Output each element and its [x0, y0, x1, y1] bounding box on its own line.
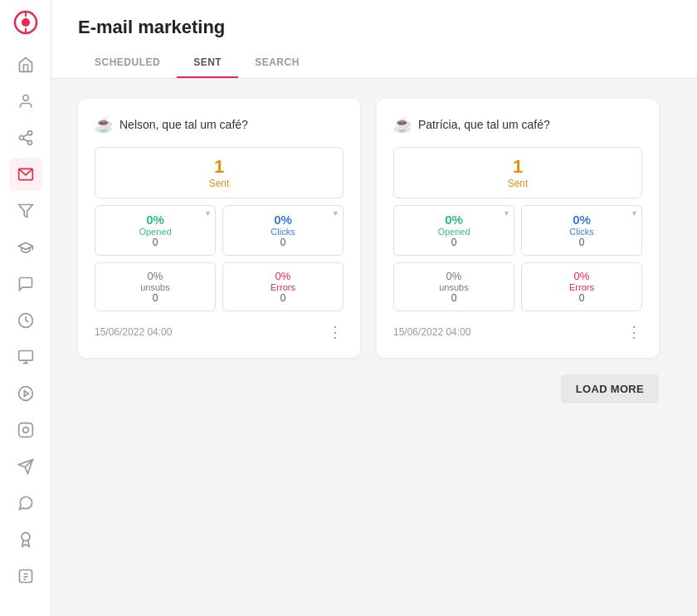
- sidebar-item-email[interactable]: [9, 158, 42, 191]
- card-1-errors-box: 0% Errors 0: [222, 262, 344, 311]
- card-1-date: 15/06/2022 04:00: [95, 326, 172, 338]
- top-bar: E-mail marketing SCHEDULED SENT SEARCH: [51, 0, 697, 79]
- card-1-sent-label: Sent: [95, 178, 343, 189]
- logo: [10, 10, 41, 35]
- card-2-errors-pct: 0%: [525, 270, 638, 282]
- card-1-clicks-label: Clicks: [227, 227, 339, 237]
- svg-rect-17: [18, 423, 32, 438]
- sidebar-item-play[interactable]: [9, 377, 42, 410]
- sidebar-item-badge2[interactable]: [9, 560, 42, 593]
- tab-sent[interactable]: SENT: [177, 48, 238, 78]
- card-1-unsubs-errors-row: 0% unsubs 0 0% Errors 0: [95, 262, 344, 311]
- svg-point-15: [18, 387, 32, 401]
- card-2-sent-box: 1 Sent: [393, 147, 642, 198]
- svg-rect-12: [18, 351, 32, 361]
- cards-grid: ☕ Nelson, que tal um café? 1 Sent ▼ 0% O…: [78, 99, 659, 358]
- sidebar-item-chat[interactable]: [9, 267, 42, 301]
- sidebar-item-monitor[interactable]: [9, 340, 42, 374]
- card-1-menu[interactable]: ⋮: [328, 323, 344, 341]
- card-2-opened-clicks-row: ▼ 0% Opened 0 ▼ 0% Clicks 0: [393, 205, 642, 256]
- sidebar-item-funnel[interactable]: [9, 194, 42, 227]
- svg-point-21: [22, 533, 30, 541]
- email-icon-1: ☕: [95, 115, 113, 134]
- card-1-clicks-pct: 0%: [227, 213, 339, 227]
- sidebar-item-instagram[interactable]: [9, 413, 42, 447]
- card-1-unsubs-label: unsubs: [99, 282, 212, 292]
- logo-icon: [13, 10, 38, 35]
- email-card-1: ☕ Nelson, que tal um café? 1 Sent ▼ 0% O…: [78, 99, 360, 358]
- card-1-errors-label: Errors: [227, 282, 339, 292]
- svg-point-5: [27, 131, 32, 135]
- filter-icon-1a: ▼: [204, 209, 212, 218]
- card-2-unsubs-pct: 0%: [397, 270, 510, 282]
- content-area: ☕ Nelson, que tal um café? 1 Sent ▼ 0% O…: [51, 79, 697, 616]
- card-1-footer: 15/06/2022 04:00 ⋮: [95, 323, 344, 341]
- card-1-clicks-box: ▼ 0% Clicks 0: [222, 205, 344, 256]
- card-2-sent-label: Sent: [394, 178, 641, 189]
- svg-line-9: [23, 134, 28, 136]
- svg-point-1: [22, 18, 30, 27]
- email-icon-2: ☕: [393, 115, 412, 134]
- card-1-errors-count: 0: [227, 292, 339, 304]
- card-2-errors-count: 0: [525, 292, 638, 304]
- sidebar-item-badge1[interactable]: [9, 523, 42, 556]
- filter-icon-1b: ▼: [332, 209, 339, 218]
- tab-search[interactable]: SEARCH: [238, 48, 316, 78]
- card-2-header: ☕ Patrícia, que tal um café?: [393, 115, 642, 134]
- card-2-sent-count: 1: [394, 156, 641, 178]
- sidebar-item-whatsapp[interactable]: [9, 486, 42, 520]
- card-2-unsubs-count: 0: [397, 292, 510, 304]
- sidebar: [0, 0, 51, 616]
- filter-icon-2b: ▼: [631, 209, 638, 218]
- svg-point-4: [22, 95, 28, 101]
- tab-scheduled[interactable]: SCHEDULED: [78, 48, 177, 78]
- card-2-unsubs-errors-row: 0% unsubs 0 0% Errors 0: [393, 262, 642, 311]
- svg-point-7: [27, 140, 32, 144]
- sidebar-item-send[interactable]: [9, 450, 42, 483]
- card-2-date: 15/06/2022 04:00: [393, 326, 470, 338]
- card-1-opened-pct: 0%: [99, 213, 212, 227]
- card-1-header: ☕ Nelson, que tal um café?: [95, 115, 344, 134]
- sidebar-item-clock[interactable]: [9, 304, 42, 337]
- card-1-unsubs-count: 0: [99, 292, 212, 304]
- card-2-errors-label: Errors: [525, 282, 638, 292]
- email-card-2: ☕ Patrícia, que tal um café? 1 Sent ▼ 0%…: [377, 99, 659, 358]
- card-1-opened-label: Opened: [99, 227, 212, 237]
- card-1-opened-clicks-row: ▼ 0% Opened 0 ▼ 0% Clicks 0: [95, 205, 344, 256]
- card-2-opened-count: 0: [397, 237, 510, 248]
- card-2-title: Patrícia, que tal um café?: [418, 118, 550, 131]
- load-more-button[interactable]: LOAD MORE: [561, 374, 659, 403]
- svg-point-6: [19, 136, 23, 140]
- card-2-unsubs-label: unsubs: [397, 282, 510, 292]
- svg-line-8: [23, 139, 28, 141]
- sidebar-item-education[interactable]: [9, 231, 42, 264]
- card-2-menu[interactable]: ⋮: [626, 323, 642, 341]
- sidebar-item-share[interactable]: [9, 121, 42, 154]
- card-2-opened-pct: 0%: [397, 213, 510, 227]
- card-1-unsubs-pct: 0%: [99, 270, 212, 282]
- main-content: E-mail marketing SCHEDULED SENT SEARCH ☕…: [51, 0, 697, 616]
- card-1-errors-pct: 0%: [227, 270, 339, 282]
- card-1-title: Nelson, que tal um café?: [119, 118, 248, 131]
- card-2-errors-box: 0% Errors 0: [521, 262, 642, 311]
- card-2-clicks-box: ▼ 0% Clicks 0: [521, 205, 642, 256]
- load-more-area: LOAD MORE: [78, 374, 659, 403]
- tabs-bar: SCHEDULED SENT SEARCH: [78, 48, 670, 78]
- card-2-clicks-pct: 0%: [525, 213, 638, 227]
- card-1-opened-count: 0: [99, 237, 212, 248]
- card-1-opened-box: ▼ 0% Opened 0: [95, 205, 216, 256]
- card-2-opened-label: Opened: [397, 227, 510, 237]
- card-1-sent-box: 1 Sent: [95, 147, 344, 198]
- card-2-opened-box: ▼ 0% Opened 0: [393, 205, 514, 256]
- sidebar-item-home[interactable]: [9, 48, 42, 81]
- card-1-unsubs-box: 0% unsubs 0: [95, 262, 216, 311]
- card-2-footer: 15/06/2022 04:00 ⋮: [393, 323, 642, 341]
- card-1-clicks-count: 0: [227, 237, 339, 248]
- filter-icon-2a: ▼: [503, 209, 510, 218]
- card-2-unsubs-box: 0% unsubs 0: [393, 262, 514, 311]
- sidebar-item-contacts[interactable]: [9, 85, 42, 118]
- card-1-sent-count: 1: [95, 156, 343, 178]
- card-2-clicks-count: 0: [525, 237, 638, 248]
- page-title: E-mail marketing: [78, 0, 670, 48]
- card-2-clicks-label: Clicks: [525, 227, 638, 237]
